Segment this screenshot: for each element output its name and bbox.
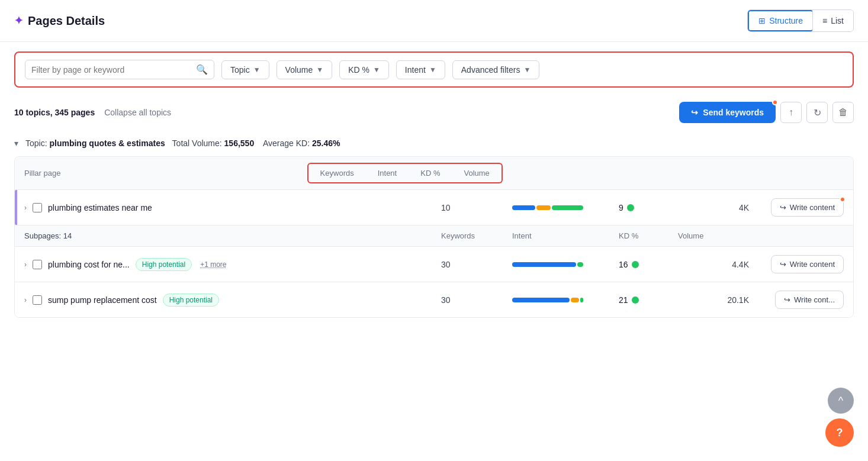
intent-filter-button[interactable]: Intent ▼ <box>396 60 445 79</box>
subpage-checkbox[interactable] <box>33 260 42 269</box>
sparkle-icon: ✦ <box>14 14 23 27</box>
topic-meta: Total Volume: 156,550 Average KD: 25.46% <box>172 138 340 148</box>
chevron-down-icon: ▼ <box>253 66 261 74</box>
pillar-row-left: › plumbing estimates near me <box>24 203 441 212</box>
subpage-label: sump pump replacement cost <box>48 295 157 305</box>
help-icon: ? <box>837 427 843 439</box>
structure-label: Structure <box>769 16 803 25</box>
search-icon: 🔍 <box>196 64 208 75</box>
trash-icon: 🗑 <box>838 107 848 118</box>
intent-commercial <box>571 298 580 302</box>
subpages-header: Subpages: 14 Keywords Intent KD % Volume <box>15 225 853 247</box>
pillar-actions: ↪ Write content <box>749 198 844 217</box>
subpage-actions: ↪ Write cont... <box>749 291 844 309</box>
intent-navigational <box>512 262 576 267</box>
send-keywords-label: Send keywords <box>703 108 764 117</box>
subpage-volume: 20.1K <box>678 295 749 305</box>
write-content-button[interactable]: ↪ Write content <box>771 255 844 273</box>
pillar-kd-cell: 9 <box>619 203 678 212</box>
write-content-button[interactable]: ↪ Write cont... <box>775 291 844 309</box>
topic-filter-button[interactable]: Topic ▼ <box>221 60 269 79</box>
intent-informational <box>552 205 583 210</box>
volume-prefix: Total Volume: <box>172 138 222 148</box>
subpage-row: › plumbing cost for ne... High potential… <box>15 247 853 282</box>
search-input[interactable] <box>31 65 191 75</box>
list-label: List <box>831 16 844 25</box>
page-title: ✦ Pages Details <box>14 14 105 28</box>
intent-commercial <box>536 205 551 210</box>
write-content-button[interactable]: ↪ Write content <box>771 198 844 217</box>
advanced-filters-button[interactable]: Advanced filters ▼ <box>452 60 540 79</box>
volume-filter-button[interactable]: Volume ▼ <box>277 60 333 79</box>
topic-label: Topic <box>230 65 250 75</box>
table-header-row: Pillar page Keywords Intent KD % Volume <box>15 157 853 190</box>
subpage-checkbox[interactable] <box>33 295 42 305</box>
collapse-all-button[interactable]: Collapse all topics <box>104 108 171 117</box>
more-tag[interactable]: +1 more <box>200 260 226 269</box>
pillar-checkbox[interactable] <box>33 203 42 212</box>
kd-filter-button[interactable]: KD % ▼ <box>339 60 389 79</box>
high-potential-badge: High potential <box>136 258 192 271</box>
topic-prefix: Topic: <box>25 138 47 148</box>
chevron-down-icon: ▼ <box>316 66 323 74</box>
upload-button[interactable]: ↑ <box>780 102 802 123</box>
topics-info: 10 topics, 345 pages Collapse all topics <box>14 108 171 117</box>
topic-header: ▾ Topic: plumbing quotes & estimates Tot… <box>14 130 854 156</box>
help-button[interactable]: ? <box>825 418 854 447</box>
pillar-volume: 4K <box>678 203 749 212</box>
delete-button[interactable]: 🗑 <box>832 102 854 123</box>
kd-dot-icon <box>632 296 639 304</box>
send-keywords-button[interactable]: ↪ Send keywords <box>679 102 776 123</box>
app-header: ✦ Pages Details ⊞ Structure ≡ List <box>0 0 868 42</box>
subpage-intent-bar <box>512 262 583 267</box>
row-chevron-icon[interactable]: › <box>24 260 27 269</box>
row-chevron-icon[interactable]: › <box>24 296 27 304</box>
structure-icon: ⊞ <box>758 16 766 25</box>
intent-navigational <box>512 205 535 210</box>
subpage-kd-value: 21 <box>619 295 628 305</box>
topics-count: 10 topics, 345 pages <box>14 108 95 117</box>
pillar-kd-value: 9 <box>619 203 623 212</box>
scroll-up-button[interactable]: ^ <box>828 388 854 414</box>
volume-label: Volume <box>285 65 313 75</box>
toolbar-actions: ↪ Send keywords ↑ ↻ 🗑 <box>679 102 854 123</box>
subpage-row-left: › plumbing cost for ne... High potential… <box>24 258 441 271</box>
intent-col-header: Intent <box>378 169 397 178</box>
structure-view-button[interactable]: ⊞ Structure <box>748 10 813 31</box>
subpage-keywords: 30 <box>441 260 512 269</box>
view-toggle: ⊞ Structure ≡ List <box>747 9 854 32</box>
volume-col-header: Volume <box>464 169 489 178</box>
refresh-button[interactable]: ↻ <box>806 102 828 123</box>
write-icon: ↪ <box>780 260 786 269</box>
chevron-down-icon: ▼ <box>373 66 380 74</box>
intent-label: Intent <box>405 65 426 75</box>
toolbar-row: 10 topics, 345 pages Collapse all topics… <box>0 97 868 130</box>
subpages-label: Subpages: 14 <box>24 231 72 240</box>
list-icon: ≡ <box>822 16 827 25</box>
subpage-kd-value: 16 <box>619 260 628 269</box>
intent-informational <box>580 298 583 302</box>
subpage-kd-cell: 16 <box>619 260 678 269</box>
pillar-accent <box>15 190 17 225</box>
sub-intent-col: Intent <box>512 231 619 240</box>
chevron-down-icon: ▼ <box>429 66 436 74</box>
chevron-down-icon: ▼ <box>523 66 531 74</box>
title-text: Pages Details <box>28 14 105 28</box>
subpage-keywords: 30 <box>441 295 512 305</box>
write-icon: ↪ <box>780 203 786 212</box>
topic-volume: 156,550 <box>224 138 255 148</box>
write-label: Write content <box>790 203 835 212</box>
pillar-col-header: Pillar page <box>24 169 60 178</box>
search-wrapper: 🔍 <box>25 60 214 79</box>
list-view-button[interactable]: ≡ List <box>813 10 853 31</box>
pillar-page-row: › plumbing estimates near me 10 9 4K <box>15 190 853 225</box>
notification-dot <box>772 99 778 105</box>
subpage-kd-cell: 21 <box>619 295 678 305</box>
write-label: Write cont... <box>794 295 835 304</box>
topic-title: Topic: plumbing quotes & estimates Total… <box>25 138 340 148</box>
upload-icon: ↑ <box>789 107 793 118</box>
row-chevron-icon[interactable]: › <box>24 204 27 212</box>
topic-chevron-icon[interactable]: ▾ <box>14 138 18 148</box>
write-icon: ↪ <box>784 295 790 304</box>
subpages-label-cell: Subpages: 14 <box>24 231 441 240</box>
